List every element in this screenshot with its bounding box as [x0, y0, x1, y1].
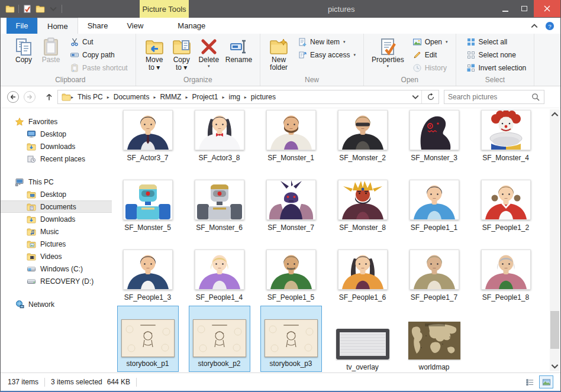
file-item-sf-people1-6[interactable]: SF_People1_6 — [327, 234, 398, 303]
tab-file[interactable]: File — [7, 18, 37, 34]
file-item-sf-actor3-7[interactable]: SF_Actor3_7 — [112, 113, 183, 164]
address-dropdown-chevron-icon[interactable] — [411, 92, 420, 102]
rename-button[interactable]: Rename — [223, 35, 255, 64]
sidebar-item-network[interactable]: Network — [1, 298, 112, 310]
sidebar-item-downloads[interactable]: Downloads — [1, 140, 112, 153]
file-thumbnail — [410, 110, 459, 150]
address-bar[interactable]: ▸This PC▸Documents▸RMMZ▸Project1▸img▸pic… — [57, 90, 439, 104]
breadcrumb-item-this-pc[interactable]: This PC — [73, 90, 107, 103]
sidebar-item-label: Windows (C:) — [40, 265, 83, 273]
sidebar-item-this-pc[interactable]: This PC — [1, 176, 112, 188]
file-thumbnail — [195, 180, 244, 220]
edit-button[interactable]: Edit — [410, 48, 451, 61]
maximize-button[interactable] — [515, 0, 534, 17]
selected-item-box[interactable]: storybook_p1 — [117, 306, 179, 372]
minimize-button[interactable] — [496, 0, 515, 17]
file-item-sf-monster-3[interactable]: SF_Monster_3 — [398, 113, 470, 164]
sidebar-item-desktop[interactable]: Desktop — [1, 188, 112, 200]
breadcrumb-item-pictures[interactable]: pictures — [247, 90, 280, 103]
file-item-sf-people1-3[interactable]: SF_People1_3 — [112, 234, 183, 303]
sidebar-item-documents[interactable]: Documents — [1, 200, 112, 213]
sidebar-item-windows-c[interactable]: Windows (C:) — [1, 263, 112, 275]
sidebar-item-recovery-d[interactable]: RECOVERY (D:) — [1, 275, 112, 287]
refresh-button[interactable] — [423, 90, 439, 103]
easy-access-button[interactable]: Easy access▾ — [295, 48, 359, 61]
properties-button[interactable]: Properties▾ — [369, 35, 407, 68]
breadcrumb-item-documents[interactable]: Documents — [109, 90, 154, 103]
open-button[interactable]: Open▾ — [410, 35, 451, 48]
copy-to-button[interactable]: Copyto ▾ — [168, 35, 195, 72]
file-item-sf-monster-6[interactable]: SF_Monster_6 — [183, 164, 255, 234]
sidebar-item-favorites[interactable]: Favorites — [1, 115, 112, 128]
downloads-icon — [27, 215, 36, 224]
delete-button[interactable]: Delete▾ — [195, 35, 223, 68]
invert-selection-button[interactable]: Invert selection — [463, 61, 530, 74]
file-item-sf-people1-2[interactable]: SF_People1_2 — [470, 164, 541, 234]
tab-home[interactable]: Home — [37, 18, 78, 34]
close-button[interactable] — [534, 0, 560, 17]
file-item-sf-monster-4[interactable]: SF_Monster_4 — [470, 113, 541, 164]
sidebar-item-recent-places[interactable]: Recent places — [1, 153, 112, 165]
file-item-sf-people1-5[interactable]: SF_People1_5 — [255, 234, 327, 303]
breadcrumb-item-rmmz[interactable]: RMMZ — [156, 90, 185, 103]
sidebar-item-desktop[interactable]: Desktop — [1, 128, 112, 140]
select-all-button[interactable]: Select all — [463, 35, 530, 48]
file-item-sf-people1-1[interactable]: SF_People1_1 — [398, 164, 470, 234]
minimize-ribbon-icon[interactable] — [530, 21, 539, 31]
button-label: Open — [425, 38, 442, 46]
tab-view[interactable]: View — [117, 18, 153, 34]
search-input[interactable] — [444, 93, 531, 101]
file-item-worldmap[interactable]: worldmap — [398, 303, 470, 372]
ribbon-small-column: Open▾EditHistory — [410, 35, 451, 74]
file-item-storybook-p1[interactable]: storybook_p1 — [112, 303, 183, 372]
file-item-sf-monster-7[interactable]: SF_Monster_7 — [255, 164, 327, 234]
qat-new-folder-icon[interactable] — [36, 4, 45, 14]
back-button[interactable] — [7, 90, 20, 103]
copy-button[interactable]: Copy — [10, 35, 37, 64]
file-item-storybook-p3[interactable]: storybook_p3 — [255, 303, 327, 372]
selected-item-box[interactable]: storybook_p2 — [189, 306, 250, 372]
sidebar-item-pictures[interactable]: Pictures — [1, 238, 112, 250]
copy-path-button[interactable]: Copy path — [67, 48, 131, 61]
new-folder-button[interactable]: Newfolder — [265, 35, 292, 72]
scroll-up-arrow-icon[interactable] — [550, 109, 560, 119]
breadcrumb-item-project1[interactable]: Project1 — [188, 90, 222, 103]
picture-tools-contextual-tab[interactable]: Picture Tools — [140, 0, 189, 18]
file-item-storybook-p2[interactable]: storybook_p2 — [183, 303, 255, 372]
file-item-tv-overlay[interactable]: tv_overlay — [327, 303, 398, 372]
move-to-button[interactable]: Moveto ▾ — [141, 35, 168, 72]
select-none-button[interactable]: Select none — [463, 48, 530, 61]
sidebar-item-videos[interactable]: Videos — [1, 250, 112, 263]
scrollbar-thumb[interactable] — [550, 311, 559, 349]
button-label: Delete — [198, 56, 219, 64]
sidebar-item-downloads[interactable]: Downloads — [1, 213, 112, 225]
tab-manage[interactable]: Manage — [168, 18, 215, 34]
tab-share[interactable]: Share — [78, 18, 118, 34]
file-item-label: SF_People1_1 — [411, 223, 457, 232]
file-item-sf-monster-5[interactable]: SF_Monster_5 — [112, 164, 183, 234]
qat-customize-chevron-icon[interactable] — [49, 4, 58, 14]
breadcrumb-item-img[interactable]: img — [225, 90, 244, 103]
file-item-label: SF_People1_5 — [267, 293, 314, 302]
selected-item-box[interactable]: storybook_p3 — [260, 306, 322, 372]
ribbon-group-label: Open — [366, 75, 454, 86]
file-item-sf-monster-2[interactable]: SF_Monster_2 — [327, 113, 398, 164]
search-icon[interactable] — [531, 92, 540, 102]
help-icon[interactable]: ? — [545, 21, 554, 31]
file-item-sf-actor3-8[interactable]: SF_Actor3_8 — [183, 113, 255, 164]
file-item-sf-people1-7[interactable]: SF_People1_7 — [398, 234, 470, 303]
file-item-sf-monster-8[interactable]: SF_Monster_8 — [327, 164, 398, 234]
rename-icon — [229, 37, 248, 56]
cut-button[interactable]: Cut — [67, 35, 131, 48]
qat-properties-icon[interactable] — [22, 4, 32, 14]
sidebar-item-music[interactable]: Music — [1, 225, 112, 238]
new-item-button[interactable]: New item▾ — [295, 35, 359, 48]
up-button[interactable] — [44, 92, 54, 102]
file-item-sf-people1-8[interactable]: SF_People1_8 — [470, 234, 541, 303]
vertical-scrollbar[interactable] — [550, 109, 560, 371]
file-item-sf-monster-1[interactable]: SF_Monster_1 — [255, 113, 327, 164]
file-item-sf-people1-4[interactable]: SF_People1_4 — [183, 234, 255, 303]
large-icons-view-button[interactable] — [539, 375, 553, 388]
details-view-button[interactable] — [523, 375, 537, 388]
scroll-down-arrow-icon[interactable] — [550, 361, 560, 371]
